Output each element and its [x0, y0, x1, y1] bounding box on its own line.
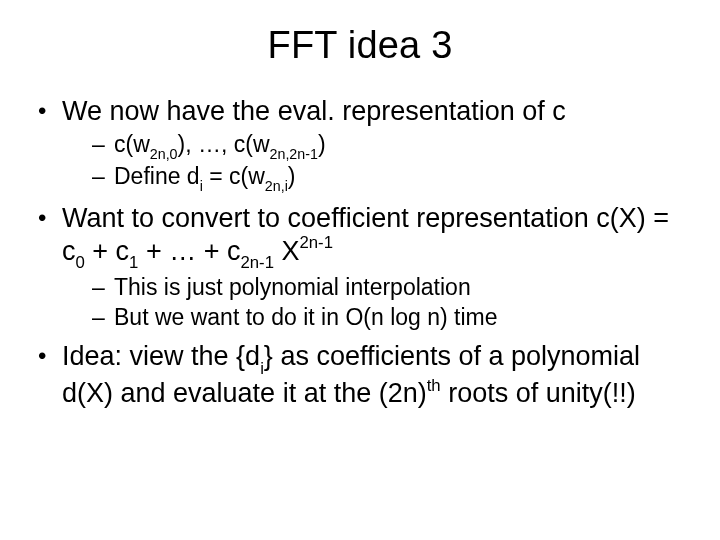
- b2-b-sub: 0: [76, 253, 85, 272]
- b2-g: X: [274, 236, 300, 266]
- b3-e: roots of unity(!!): [441, 378, 636, 408]
- b1s1-c: ), …, c(w: [178, 131, 270, 157]
- b1s2-e: ): [288, 163, 296, 189]
- b2-d-sub: 1: [129, 253, 138, 272]
- bullet-1-sublist: c(w2n,0), …, c(w2n,2n-1) Define di = c(w…: [62, 130, 692, 194]
- bullet-2-sub-2: But we want to do it in O(n log n) time: [92, 303, 692, 332]
- b3-a: Idea: view the {d: [62, 341, 260, 371]
- b2-c: + c: [85, 236, 129, 266]
- b3-d-sup: th: [427, 376, 441, 395]
- slide: FFT idea 3 We now have the eval. represe…: [0, 0, 720, 540]
- bullet-1: We now have the eval. representation of …: [36, 95, 692, 194]
- b2-e: + … + c: [138, 236, 240, 266]
- b1s2-a: Define d: [114, 163, 200, 189]
- b1s1-e: ): [318, 131, 326, 157]
- b1s1-b-sub: 2n,0: [150, 146, 178, 162]
- b2-h-sup: 2n-1: [299, 233, 333, 252]
- bullet-2-sublist: This is just polynomial interpolation Bu…: [62, 273, 692, 332]
- bullet-1-text: We now have the eval. representation of …: [62, 96, 566, 126]
- bullet-2-sub-1: This is just polynomial interpolation: [92, 273, 692, 302]
- b1s2-d-sub: 2n,i: [265, 178, 288, 194]
- bullet-list: We now have the eval. representation of …: [28, 95, 692, 410]
- b1s2-c: = c(w: [203, 163, 265, 189]
- bullet-3: Idea: view the {di} as coefficients of a…: [36, 340, 692, 410]
- bullet-2: Want to convert to coefficient represent…: [36, 202, 692, 333]
- bullet-1-sub-2: Define di = c(w2n,i): [92, 162, 692, 194]
- b3-b-sub: i: [260, 359, 264, 378]
- slide-title: FFT idea 3: [28, 24, 692, 67]
- bullet-1-sub-1: c(w2n,0), …, c(w2n,2n-1): [92, 130, 692, 162]
- b2-f-sub: 2n-1: [240, 253, 274, 272]
- b1s1-a: c(w: [114, 131, 150, 157]
- b1s1-d-sub: 2n,2n-1: [270, 146, 318, 162]
- b1s2-b-sub: i: [200, 178, 203, 194]
